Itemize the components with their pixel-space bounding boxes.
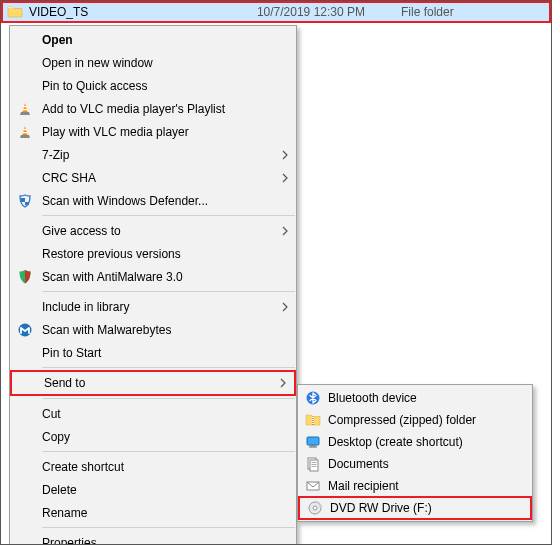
submenu-label: Compressed (zipped) folder [328,413,524,427]
menu-open[interactable]: Open [10,28,296,51]
submenu-desktop-shortcut[interactable]: Desktop (create shortcut) [298,431,532,453]
submenu-mail[interactable]: Mail recipient [298,475,532,497]
menu-label: Create shortcut [42,460,288,474]
menu-label: Give access to [42,224,276,238]
mail-icon [302,477,324,495]
menu-restore-versions[interactable]: Restore previous versions [10,242,296,265]
svg-rect-4 [21,198,25,202]
menu-label: Copy [42,430,288,444]
menu-pin-quick-access[interactable]: Pin to Quick access [10,74,296,97]
context-menu: Open Open in new window Pin to Quick acc… [9,25,297,545]
folder-icon [7,4,23,20]
menu-open-new-window[interactable]: Open in new window [10,51,296,74]
svg-rect-13 [307,437,319,445]
menu-label: Send to [44,376,274,390]
blank-icon [14,54,36,72]
svg-rect-5 [25,202,29,205]
blank-icon [14,481,36,499]
svg-rect-9 [312,417,314,418]
submenu-label: DVD RW Drive (F:) [330,501,522,515]
svg-rect-20 [312,466,317,467]
menu-send-to[interactable]: Send to [10,370,296,396]
menu-give-access[interactable]: Give access to [10,219,296,242]
menu-crc-sha[interactable]: CRC SHA [10,166,296,189]
desktop-icon [302,433,324,451]
svg-point-23 [313,506,317,510]
menu-cut[interactable]: Cut [10,402,296,425]
menu-rename[interactable]: Rename [10,501,296,524]
menu-label: Scan with Malwarebytes [42,323,288,337]
chevron-right-icon [276,173,288,183]
menu-label: Pin to Quick access [42,79,288,93]
submenu-bluetooth[interactable]: Bluetooth device [298,387,532,409]
blank-icon [14,169,36,187]
blank-icon [14,77,36,95]
menu-7zip[interactable]: 7-Zip [10,143,296,166]
menu-label: 7-Zip [42,148,276,162]
menu-label: Properties [42,536,288,546]
blank-icon [14,405,36,423]
blank-icon [14,344,36,362]
submenu-documents[interactable]: Documents [298,453,532,475]
menu-copy[interactable]: Copy [10,425,296,448]
menu-include-library[interactable]: Include in library [10,295,296,318]
menu-separator [42,215,295,216]
svg-rect-3 [23,132,27,133]
blank-icon [16,374,38,392]
vlc-icon [14,123,36,141]
submenu-dvd-rw[interactable]: DVD RW Drive (F:) [298,496,532,520]
antimalware-shield-icon [14,268,36,286]
menu-vlc-playlist[interactable]: Add to VLC media player's Playlist [10,97,296,120]
menu-label: Pin to Start [42,346,288,360]
documents-icon [302,455,324,473]
blank-icon [14,146,36,164]
menu-label: Scan with AntiMalware 3.0 [42,270,288,284]
send-to-submenu: Bluetooth device Compressed (zipped) fol… [297,384,533,522]
menu-vlc-play[interactable]: Play with VLC media player [10,120,296,143]
blank-icon [14,245,36,263]
file-date: 10/7/2019 12:30 PM [235,5,365,19]
submenu-label: Bluetooth device [328,391,524,405]
chevron-right-icon [276,150,288,160]
menu-label: Delete [42,483,288,497]
menu-create-shortcut[interactable]: Create shortcut [10,455,296,478]
menu-delete[interactable]: Delete [10,478,296,501]
svg-rect-1 [23,109,27,110]
submenu-label: Documents [328,457,524,471]
svg-rect-2 [23,129,26,130]
svg-rect-10 [312,419,314,420]
blank-icon [14,458,36,476]
dvd-drive-icon [304,499,326,517]
svg-rect-11 [312,421,314,422]
svg-rect-12 [312,423,314,424]
menu-label: Cut [42,407,288,421]
menu-separator [42,398,295,399]
svg-rect-0 [23,106,26,107]
chevron-right-icon [276,302,288,312]
blank-icon [14,298,36,316]
menu-separator [42,367,295,368]
blank-icon [14,31,36,49]
vlc-icon [14,100,36,118]
submenu-compressed[interactable]: Compressed (zipped) folder [298,409,532,431]
menu-scan-defender[interactable]: Scan with Windows Defender... [10,189,296,212]
menu-label: Open in new window [42,56,288,70]
menu-scan-malwarebytes[interactable]: Scan with Malwarebytes [10,318,296,341]
menu-properties[interactable]: Properties [10,531,296,545]
menu-pin-start[interactable]: Pin to Start [10,341,296,364]
file-list-row[interactable]: VIDEO_TS 10/7/2019 12:30 PM File folder [1,1,551,23]
menu-label: CRC SHA [42,171,276,185]
submenu-label: Mail recipient [328,479,524,493]
blank-icon [14,222,36,240]
blank-icon [14,534,36,546]
menu-separator [42,451,295,452]
svg-rect-18 [312,462,317,463]
menu-label: Play with VLC media player [42,125,288,139]
file-name: VIDEO_TS [29,5,229,19]
menu-label: Rename [42,506,288,520]
malwarebytes-icon [14,321,36,339]
menu-label: Add to VLC media player's Playlist [42,102,288,116]
menu-scan-antimalware[interactable]: Scan with AntiMalware 3.0 [10,265,296,288]
menu-separator [42,527,295,528]
menu-label: Include in library [42,300,276,314]
